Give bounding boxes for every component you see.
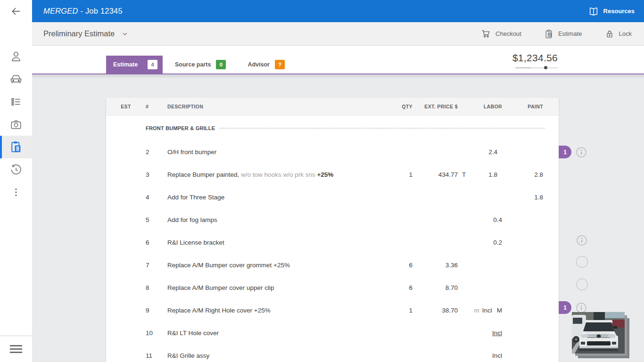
cell-description: O/H front bumper xyxy=(161,148,380,156)
table-row[interactable]: 9 Replace A/M Right Hole cover +25% 1 38… xyxy=(106,299,559,321)
page-title: MERGED - Job 12345 xyxy=(43,7,123,16)
col-est: EST xyxy=(113,104,139,109)
tab-source-parts[interactable]: Source parts 0 xyxy=(165,56,235,74)
estimate-name-dropdown[interactable]: Preliminary Estimate xyxy=(43,29,129,38)
estimate-tabbar: Estimate 4 Source parts 0 Advisor ? $1,2… xyxy=(32,46,644,74)
total-slider[interactable] xyxy=(515,66,558,69)
cell-qty: 1 xyxy=(380,171,413,178)
source-parts-count-badge: 0 xyxy=(216,60,226,69)
more-dots-icon xyxy=(10,187,22,198)
nav-photos[interactable] xyxy=(0,113,32,136)
job-status: MERGED xyxy=(43,7,78,15)
cell-ext-price: 3.36 xyxy=(413,262,458,269)
tabbar-shadow xyxy=(32,75,644,79)
nav-vehicle[interactable] xyxy=(0,68,32,90)
cell-line-number: 11 xyxy=(139,352,161,359)
total-amount: $1,234.56 xyxy=(512,52,558,64)
supplement-badge[interactable]: 1 xyxy=(559,146,571,158)
checkout-button[interactable]: Checkout xyxy=(481,29,521,39)
car-icon xyxy=(9,73,23,86)
cell-description: Add for Three Stage xyxy=(161,194,380,201)
resources-button[interactable]: Resources xyxy=(588,6,635,16)
checklist-icon xyxy=(10,96,22,108)
cell-paint: 2.8 xyxy=(502,171,543,178)
slider-handle[interactable] xyxy=(544,66,547,69)
app-header: MERGED - Job 12345 Resources xyxy=(32,0,644,22)
table-row[interactable]: 5 Add for fog lamps 0.4 xyxy=(106,208,559,231)
estimate-toolbar: Preliminary Estimate Checkout Estimate L… xyxy=(32,22,644,46)
lock-button[interactable]: Lock xyxy=(605,29,632,39)
cell-description: Replace A/M Right Hole cover +25% xyxy=(161,307,380,314)
col-qty: QTY xyxy=(380,104,413,109)
table-row[interactable]: 6 R&I License bracket 0.2 xyxy=(106,231,559,254)
nav-customer[interactable] xyxy=(0,45,32,68)
cell-description: Replace A/M Bumper cover upper clip xyxy=(161,284,380,291)
cell-description: R&I Grille assy xyxy=(161,352,380,359)
info-icon[interactable] xyxy=(576,147,587,158)
slider-segment xyxy=(515,67,531,68)
row-annotation: 1 xyxy=(559,146,587,158)
tab-estimate[interactable]: Estimate 4 xyxy=(106,56,163,74)
cell-ext-price: 8.70 xyxy=(413,284,458,291)
table-row[interactable]: 10 R&I LT Hole cover Incl xyxy=(106,321,559,344)
cell-description: R&I LT Hole cover xyxy=(161,329,380,337)
select-circle-icon[interactable] xyxy=(576,279,588,290)
row-annotation xyxy=(576,278,588,291)
cell-labor: mInclM xyxy=(472,307,502,314)
cell-ext-price: 434.77 xyxy=(413,171,458,178)
app-screen: EST # DESCRIPTION QTY EXT. PRICE $ LABOR… xyxy=(0,0,644,362)
back-button[interactable] xyxy=(0,0,32,23)
cell-tax-flag: T xyxy=(458,171,472,178)
lock-icon xyxy=(605,29,614,39)
book-icon xyxy=(588,6,599,16)
table-header-row: EST # DESCRIPTION QTY EXT. PRICE $ LABOR… xyxy=(106,98,559,116)
vehicle-photo xyxy=(572,312,625,354)
table-row[interactable]: 3 Replace Bumper painted, w/o tow hooks … xyxy=(106,163,559,186)
col-line-number: # xyxy=(139,104,161,109)
col-paint: PAINT xyxy=(502,104,543,109)
cell-qty: 6 xyxy=(380,262,413,269)
nav-history[interactable] xyxy=(0,158,32,181)
table-row[interactable]: 8 Replace A/M Bumper cover upper clip 6 … xyxy=(106,276,559,299)
cell-labor: 0.4 xyxy=(472,216,502,223)
section-header: FRONT BUMPER & GRILLE xyxy=(106,116,559,140)
incl-link[interactable]: Incl xyxy=(492,329,502,337)
person-icon xyxy=(10,50,22,63)
nav-more[interactable] xyxy=(0,181,32,204)
estimate-count-badge: 4 xyxy=(148,60,157,69)
col-ext-price: EXT. PRICE $ xyxy=(413,104,458,109)
cell-line-number: 6 xyxy=(139,239,161,246)
cell-line-number: 4 xyxy=(139,194,161,201)
info-icon[interactable] xyxy=(576,235,587,246)
cell-line-number: 9 xyxy=(139,307,161,314)
cell-labor: 2.4 xyxy=(472,148,502,156)
cell-labor: 0.2 xyxy=(472,239,502,246)
cell-line-number: 10 xyxy=(139,329,161,337)
info-icon[interactable] xyxy=(576,302,587,313)
vehicle-photo-thumbnail[interactable] xyxy=(572,312,625,354)
table-row[interactable]: 4 Add for Three Stage 1.8 xyxy=(106,186,559,208)
cell-line-number: 2 xyxy=(139,148,161,156)
estimate-lines-panel: EST # DESCRIPTION QTY EXT. PRICE $ LABOR… xyxy=(106,98,559,362)
cell-line-number: 3 xyxy=(139,171,161,178)
supplement-badge[interactable]: 1 xyxy=(559,301,571,314)
cell-ext-price: 38.70 xyxy=(413,307,458,314)
select-circle-icon[interactable] xyxy=(576,256,588,268)
cell-description: R&I License bracket xyxy=(161,239,380,246)
menu-button[interactable] xyxy=(0,336,32,362)
cell-description: Replace A/M Bumper cover grommet +25% xyxy=(161,262,380,269)
tab-advisor[interactable]: Advisor ? xyxy=(238,56,294,74)
row-annotation xyxy=(576,234,587,247)
col-description: DESCRIPTION xyxy=(161,104,380,109)
table-row[interactable]: 7 Replace A/M Bumper cover grommet +25% … xyxy=(106,254,559,276)
nav-checklist[interactable] xyxy=(0,90,32,113)
table-row[interactable]: 2 O/H front bumper 2.4 xyxy=(106,140,559,163)
cell-labor: Incl xyxy=(472,352,502,359)
cell-qty: 1 xyxy=(380,307,413,314)
cell-line-number: 8 xyxy=(139,284,161,291)
nav-estimate[interactable] xyxy=(0,136,32,158)
table-row[interactable]: 11 R&I Grille assy Incl xyxy=(106,344,559,362)
cell-labor: 1.8 xyxy=(472,171,502,178)
camera-icon xyxy=(10,118,22,131)
estimate-button[interactable]: Estimate xyxy=(544,29,582,39)
